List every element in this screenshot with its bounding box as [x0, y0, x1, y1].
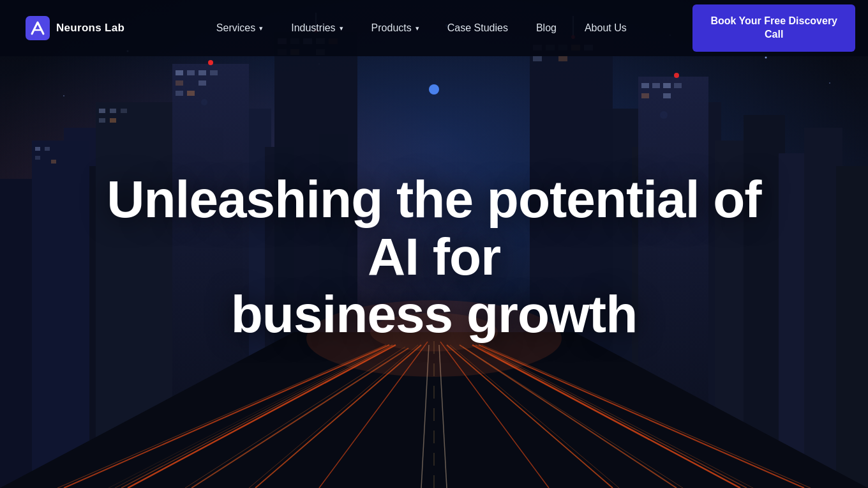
- svg-rect-41: [45, 147, 50, 151]
- book-discovery-call-button[interactable]: Book Your Free Discovery Call: [692, 4, 855, 52]
- hero-section: Unleashing the potential of AI for busin…: [0, 0, 868, 488]
- svg-rect-40: [35, 147, 40, 151]
- svg-rect-66: [663, 93, 671, 98]
- hero-title-line1: Unleashing the potential of AI for: [83, 171, 785, 286]
- svg-rect-64: [674, 83, 682, 88]
- hero-title: Unleashing the potential of AI for busin…: [83, 171, 785, 344]
- svg-rect-47: [121, 109, 127, 113]
- svg-point-10: [765, 57, 767, 59]
- svg-rect-53: [198, 70, 206, 75]
- svg-rect-38: [836, 166, 868, 488]
- svg-point-12: [829, 82, 830, 84]
- svg-rect-58: [187, 91, 195, 96]
- svg-rect-52: [187, 70, 195, 75]
- hero-title-line2: business growth: [83, 286, 785, 343]
- svg-rect-46: [110, 109, 116, 113]
- svg-point-13: [429, 84, 439, 95]
- svg-rect-43: [51, 160, 56, 164]
- svg-rect-0: [26, 16, 50, 40]
- svg-rect-45: [99, 109, 105, 113]
- svg-rect-63: [663, 83, 671, 88]
- nav-item-industries[interactable]: Industries ▾: [277, 0, 357, 56]
- nav-item-case-studies[interactable]: Case Studies: [433, 0, 522, 56]
- nav-item-blog[interactable]: Blog: [522, 0, 571, 56]
- svg-rect-65: [641, 93, 649, 98]
- svg-rect-57: [176, 91, 183, 96]
- svg-rect-55: [176, 80, 183, 86]
- nav-logo[interactable]: Neurons Lab: [26, 16, 124, 40]
- nav-item-about-us[interactable]: About Us: [571, 0, 641, 56]
- svg-rect-51: [176, 70, 183, 75]
- svg-rect-54: [210, 70, 218, 75]
- svg-rect-85: [533, 56, 542, 61]
- svg-point-11: [63, 95, 64, 96]
- svg-rect-61: [641, 83, 649, 88]
- svg-rect-86: [558, 56, 567, 61]
- nav-item-services[interactable]: Services ▾: [202, 0, 277, 56]
- svg-rect-56: [198, 80, 206, 86]
- svg-rect-62: [652, 83, 660, 88]
- svg-rect-48: [99, 118, 105, 123]
- svg-point-67: [674, 73, 679, 78]
- svg-point-59: [208, 60, 213, 65]
- chevron-down-icon: ▾: [259, 24, 263, 33]
- chevron-down-icon: ▾: [340, 24, 343, 33]
- hero-content: Unleashing the potential of AI for busin…: [32, 171, 836, 344]
- nav-item-products[interactable]: Products ▾: [357, 0, 433, 56]
- navbar: Neurons Lab Services ▾ Industries ▾ Prod…: [0, 0, 868, 56]
- logo-icon: [26, 16, 50, 40]
- chevron-down-icon: ▾: [415, 24, 419, 33]
- nav-links: Services ▾ Industries ▾ Products ▾ Case …: [124, 0, 692, 56]
- svg-rect-42: [35, 156, 40, 160]
- svg-rect-49: [110, 118, 116, 123]
- logo-text: Neurons Lab: [56, 22, 124, 34]
